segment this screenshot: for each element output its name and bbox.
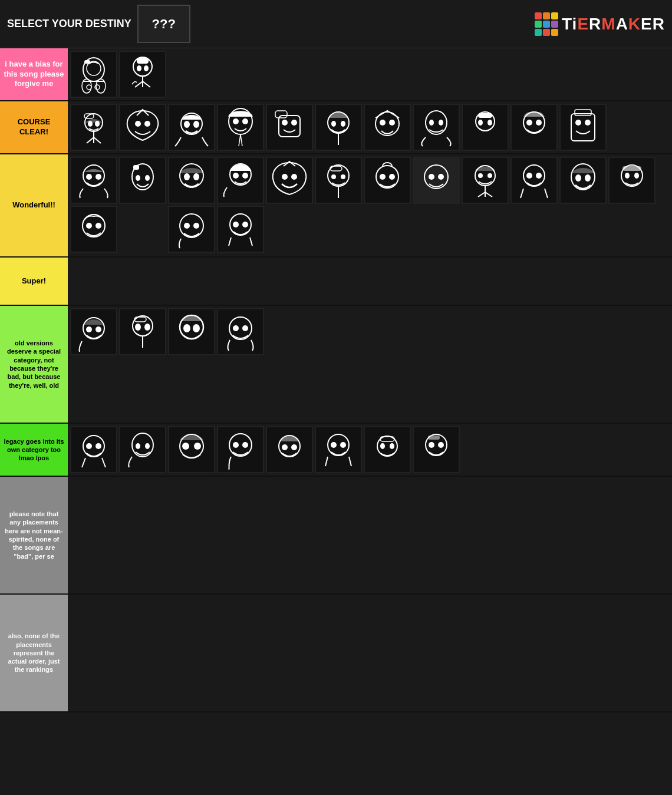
- svg-point-119: [625, 173, 630, 179]
- tier-item[interactable]: [70, 426, 117, 473]
- svg-point-48: [380, 120, 386, 126]
- svg-point-120: [634, 173, 639, 179]
- tier-item[interactable]: [266, 157, 313, 204]
- tier-item[interactable]: [510, 104, 558, 151]
- tier-item[interactable]: [168, 157, 215, 204]
- tier-item[interactable]: [462, 104, 509, 151]
- svg-point-58: [487, 120, 492, 126]
- svg-point-112: [536, 173, 542, 179]
- tier-label-note: please note that any placements here are…: [0, 477, 68, 593]
- svg-rect-63: [561, 105, 605, 150]
- svg-point-162: [182, 443, 189, 450]
- tier-item[interactable]: [119, 308, 166, 355]
- tier-item[interactable]: [70, 51, 117, 98]
- svg-point-129: [193, 223, 199, 229]
- svg-point-146: [183, 324, 190, 332]
- svg-point-183: [429, 442, 434, 448]
- tier-item[interactable]: [364, 104, 411, 151]
- svg-point-132: [233, 222, 239, 227]
- tier-content-bias: [68, 48, 672, 100]
- svg-rect-50: [414, 105, 459, 150]
- tier-item[interactable]: [559, 157, 607, 204]
- svg-point-147: [193, 324, 200, 332]
- tier-item[interactable]: [462, 157, 509, 204]
- svg-point-166: [233, 442, 239, 448]
- svg-rect-168: [267, 427, 312, 472]
- tier-item[interactable]: [413, 157, 460, 204]
- svg-point-71: [95, 174, 101, 180]
- tier-item[interactable]: [315, 426, 362, 473]
- tier-label-bias: i have a bias for this song please forgi…: [0, 48, 68, 100]
- svg-point-52: [429, 120, 434, 126]
- svg-point-62: [536, 120, 542, 126]
- svg-point-128: [184, 223, 190, 229]
- svg-rect-148: [218, 309, 263, 354]
- svg-point-97: [389, 174, 395, 180]
- tier-item[interactable]: [266, 104, 313, 151]
- svg-rect-113: [561, 158, 605, 203]
- svg-point-151: [242, 325, 248, 331]
- svg-point-105: [487, 173, 492, 178]
- tier-item[interactable]: [70, 206, 117, 253]
- tier-item[interactable]: [119, 104, 166, 151]
- svg-point-13: [144, 65, 149, 71]
- tier-item[interactable]: [364, 157, 411, 204]
- tier-item[interactable]: [217, 206, 264, 253]
- tier-item[interactable]: [364, 426, 411, 473]
- tier-item[interactable]: [168, 426, 215, 473]
- svg-rect-185: [428, 436, 440, 440]
- svg-point-155: [95, 443, 101, 449]
- tier-item[interactable]: [217, 157, 264, 204]
- tier-item[interactable]: [70, 104, 117, 151]
- logo-cell-3: [551, 12, 558, 19]
- svg-rect-56: [478, 113, 492, 118]
- svg-point-91: [331, 174, 336, 179]
- svg-rect-28: [169, 105, 214, 150]
- header: SELECT YOUR DESTINY ??? TiERMAKER: [0, 0, 672, 48]
- tier-content-note: [68, 477, 672, 593]
- tier-item[interactable]: [70, 157, 117, 204]
- svg-point-163: [194, 443, 201, 450]
- svg-point-179: [390, 443, 394, 449]
- tier-item[interactable]: [608, 157, 655, 204]
- tier-item[interactable]: [168, 206, 215, 253]
- tier-item[interactable]: [217, 104, 264, 151]
- svg-point-70: [86, 174, 92, 180]
- tier-item[interactable]: [119, 157, 166, 204]
- svg-rect-176: [365, 427, 410, 472]
- question-marks: ???: [152, 17, 176, 32]
- tier-label-super: Super!: [0, 258, 68, 305]
- svg-rect-122: [71, 207, 116, 252]
- tier-item[interactable]: [217, 308, 264, 355]
- tier-row-also: also, none of the placements represent t…: [0, 595, 672, 712]
- tier-item[interactable]: [266, 426, 313, 473]
- tier-item[interactable]: [315, 104, 362, 151]
- tier-item[interactable]: [119, 51, 166, 98]
- svg-point-137: [95, 326, 101, 332]
- tier-item[interactable]: [168, 104, 215, 151]
- tier-item[interactable]: [70, 308, 117, 355]
- svg-point-116: [585, 174, 591, 182]
- tier-item[interactable]: [119, 426, 166, 473]
- tier-label-wonderful: Wonderful!!: [0, 154, 68, 256]
- tier-item[interactable]: [510, 157, 558, 204]
- svg-point-174: [331, 442, 337, 448]
- tier-item[interactable]: [217, 426, 264, 473]
- tier-item[interactable]: [315, 157, 362, 204]
- svg-point-159: [145, 443, 150, 449]
- svg-point-65: [575, 120, 581, 126]
- tier-row-wonderful: Wonderful!!: [0, 154, 672, 258]
- svg-point-104: [478, 173, 483, 178]
- logo-cell-1: [535, 12, 542, 19]
- svg-point-92: [341, 174, 345, 179]
- svg-point-150: [233, 325, 239, 331]
- tier-item[interactable]: [559, 104, 607, 151]
- tier-content-legacy: [68, 424, 672, 476]
- svg-point-100: [429, 174, 434, 180]
- tier-item[interactable]: [413, 104, 460, 151]
- tier-content-course-clear: [68, 101, 672, 153]
- tier-item[interactable]: [168, 308, 215, 355]
- svg-point-178: [380, 443, 385, 449]
- tier-item[interactable]: [413, 426, 460, 473]
- svg-point-76: [145, 175, 150, 181]
